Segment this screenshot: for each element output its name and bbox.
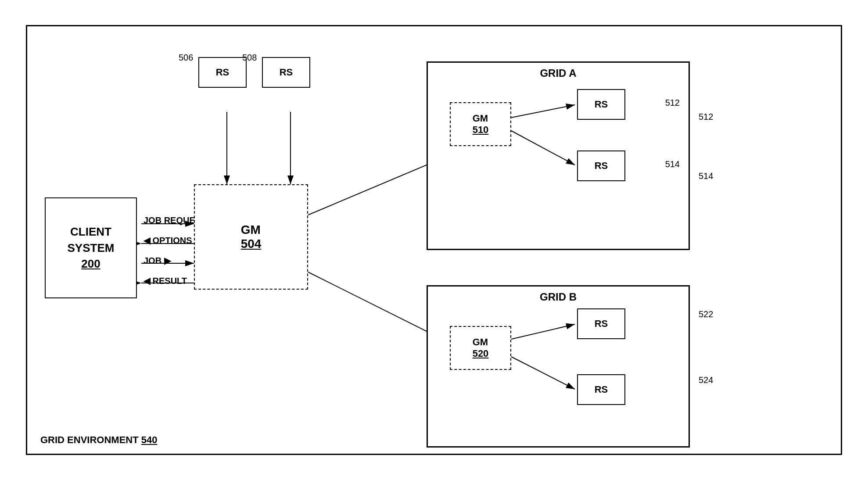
rs-514-label: RS <box>595 160 608 172</box>
rs-508-box: RS <box>262 57 310 88</box>
client-system-label: CLIENTSYSTEM200 <box>68 224 115 272</box>
rs-508-label: RS <box>280 67 293 78</box>
grid-b-title: GRID B <box>428 291 689 303</box>
rs-522-box: RS <box>577 308 625 339</box>
rs-512-box: RS <box>577 89 625 120</box>
grid-a-title: GRID A <box>428 67 689 79</box>
svg-line-16 <box>511 131 575 165</box>
job-label: JOB ▶ <box>143 255 171 266</box>
svg-line-15 <box>511 105 575 118</box>
client-system-ref: 200 <box>81 257 100 270</box>
diagram-container: RS 506 RS 508 CLIENTSYSTEM200 JOB REQUES… <box>26 25 842 455</box>
ref-506: 506 <box>179 53 193 63</box>
ref-508: 508 <box>242 53 257 63</box>
label-522-outer: 522 <box>699 309 713 319</box>
grid-a-arrows <box>428 63 689 249</box>
rs-506-label: RS <box>216 67 230 78</box>
rs-512-label: RS <box>595 99 608 110</box>
rs-524-label: RS <box>595 384 608 395</box>
grid-environment-label: GRID ENVIRONMENT 540 <box>40 434 158 446</box>
rs-514-box: RS <box>577 150 625 181</box>
rs-506-box: RS <box>198 57 247 88</box>
gm-510-label: GM510 <box>473 113 489 136</box>
grid-a-container: GRID A GM510 RS 512 RS 514 <box>427 61 690 250</box>
gm-504-label: GM504 <box>241 223 262 251</box>
rs-524-box: RS <box>577 374 625 405</box>
grid-environment-ref: 540 <box>141 434 158 445</box>
result-label: ◀ RESULT <box>143 276 187 286</box>
label-524-outer: 524 <box>699 375 713 385</box>
ref-512: 512 <box>665 98 680 108</box>
ref-514: 514 <box>665 159 680 169</box>
svg-line-19 <box>511 357 575 389</box>
rs-522-label: RS <box>595 318 608 330</box>
client-system-box: CLIENTSYSTEM200 <box>45 197 137 298</box>
gm-504-box: GM504 <box>194 184 308 290</box>
label-512-outer: 512 <box>699 112 713 122</box>
gm-520-box: GM520 <box>450 326 511 370</box>
gm-520-label: GM520 <box>473 337 489 359</box>
label-514-outer: 514 <box>699 171 713 181</box>
gm-510-box: GM510 <box>450 102 511 146</box>
options-label: ◀ OPTIONS <box>143 235 192 246</box>
grid-b-container: GRID B GM520 RS RS <box>427 285 690 448</box>
svg-line-18 <box>511 324 575 339</box>
grid-environment-text: GRID ENVIRONMENT <box>40 434 141 445</box>
